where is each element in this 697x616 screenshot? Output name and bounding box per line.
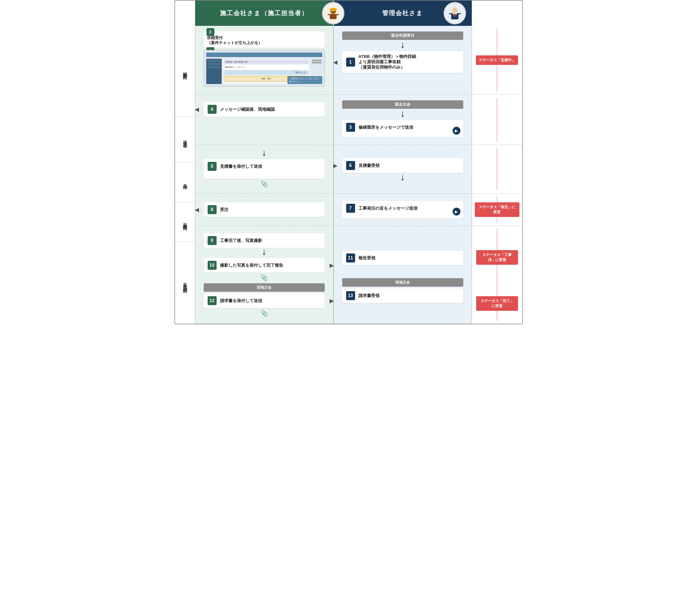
step4-num: 4 (208, 105, 217, 114)
kanri-avatar (444, 2, 466, 25)
msg-icon-7: ▶ (453, 208, 460, 216)
section-label-kanryo: 工事完了確認 (175, 242, 195, 324)
header-sekou: 施工会社さま（施工担当者） (195, 1, 333, 26)
step7-text: 工事発注の旨をメッセージ送信 (358, 206, 417, 211)
svg-rect-4 (330, 14, 337, 19)
step9-num: 9 (208, 236, 217, 245)
step12-num: 12 (208, 296, 217, 305)
step3-num: 3 (346, 123, 355, 132)
svg-marker-20 (263, 155, 266, 156)
taikyo-tachiai-bar: 退去立会 (342, 100, 463, 109)
step2-text: 依頼受付（案件チャットが立ち上がる） (207, 35, 321, 45)
step2-badge: 2 (207, 28, 214, 36)
col-kanri-kaikyaku: 退去申請受付 1 ATBB（物件管理）＞物件詳細より原状回復工事依頼（賃貸居住用… (334, 26, 472, 94)
step9-box: 9 工事完了後、写真撮影 (204, 233, 325, 248)
step1-box: 1 ATBB（物件管理）＞物件詳細より原状回復工事依頼（賃貸居住用物件のみ） ◀ (342, 51, 463, 73)
msg-icon-3: ▶ (453, 127, 460, 135)
row-kaikyaku: 2 依頼受付（案件チャットが立ち上がる） 2 (195, 26, 522, 95)
status-kanryo: ステータス「工事済」に変更 ステータス「完了」に変更 (472, 226, 522, 324)
step3-text: 修繕箇所をメッセージで送信 (358, 125, 413, 130)
step6-num: 6 (346, 161, 355, 170)
step6-box: 6 見積書受領 ▶ (342, 158, 463, 173)
step4-text: メッセージ確認後、現地確認 (220, 107, 275, 112)
row-kanryo: 9 工事完了後、写真撮影 10 撮影した写真を添付して完了報告 ▶ 📎 (195, 226, 522, 324)
svg-marker-22 (401, 179, 404, 181)
col-sekou-mitsumori: 5 見積書を添付して送信 📎 (195, 145, 334, 193)
section-label-taiko: 退去立会 (175, 117, 195, 162)
status-mitsumori (472, 145, 522, 193)
step13-num: 13 (346, 291, 355, 300)
genchi-bar-kanri: 現地立会 (342, 278, 463, 287)
svg-point-8 (452, 8, 458, 13)
step11-box: 11 報告受領 (342, 251, 463, 265)
step11-num: 11 (346, 253, 355, 263)
col-kanri-kanryo: 11 報告受領 現地立会 13 請求書受領 (334, 226, 472, 324)
svg-rect-14 (458, 13, 461, 14)
step11-text: 報告受領 (358, 255, 375, 261)
row-mitsumori: 5 見積書を添付して送信 📎 6 見積書受領 ▶ (195, 145, 522, 194)
step12-text: 請求書を添付して送信 (220, 298, 262, 304)
step9-text: 工事完了後、写真撮影 (220, 238, 262, 244)
status-koji: ステータス「発注」に変更 (472, 194, 522, 226)
sekou-title: 施工会社さま（施工担当者） (220, 9, 308, 17)
svg-marker-24 (263, 253, 266, 255)
header-spacer (175, 1, 195, 26)
step3-box: 3 修繕箇所をメッセージで送信 ▶ (342, 120, 463, 137)
step8-num: 8 (208, 205, 217, 214)
status-taiko (472, 95, 522, 145)
step8-text: 受注 (220, 207, 228, 212)
step1-num: 1 (346, 58, 355, 67)
header-status-col (472, 1, 522, 26)
section-label-koji: 工事期間 (175, 202, 195, 242)
taikyo-shinsei-bar: 退去申請受付 (342, 31, 463, 40)
step4-box: 4 メッセージ確認後、現地確認 ◀ (204, 102, 325, 117)
genchi-bar-sekou: 現地立会 (204, 283, 325, 292)
row-taiko: 4 メッセージ確認後、現地確認 ◀ 退去立会 3 (195, 95, 522, 145)
step5-num: 5 (208, 162, 217, 171)
svg-rect-3 (329, 9, 337, 10)
status-kaikyaku: ステータス「見積中」 (472, 26, 522, 94)
col-kanri-koji: 7 工事発注の旨をメッセージ送信 ▶ (334, 194, 472, 226)
col-sekou-koji: 8 受注 ◀ (195, 194, 334, 226)
step1-text: ATBB（物件管理）＞物件詳細より原状回復工事依頼（賃貸居住用物件のみ） (358, 54, 416, 70)
section-label-kaikyaku: 解約受付 (175, 26, 195, 117)
attach-icon-10: 📎 (204, 274, 325, 282)
step7-num: 7 (346, 204, 355, 213)
col-kanri-taiko: 退去立会 3 修繕箇所をメッセージで送信 ▶ (334, 95, 472, 145)
sekou-avatar (322, 2, 344, 25)
svg-marker-18 (401, 116, 404, 117)
screenshot-mock: 【通知】 物件修繕工事 修繕箇所をメッセージ... 了解しました。 依頼 受付 (204, 50, 325, 87)
kanri-title: 管理会社さま (382, 9, 423, 17)
step10-num: 10 (208, 261, 217, 270)
step10-text: 撮影した写真を添付して完了報告 (220, 263, 283, 268)
header-kanri: 管理会社さま (333, 1, 472, 26)
svg-rect-6 (336, 14, 339, 15)
step8-box: 8 受注 ◀ (204, 202, 325, 217)
svg-rect-5 (328, 14, 330, 15)
row-koji: 8 受注 ◀ 7 工事発注の旨をメッセージ送信 ▶ (195, 194, 522, 226)
step6-text: 見積書受領 (358, 163, 380, 168)
section-labels: 解約受付 退去立会 見積 工事期間 工事完了確認 (175, 26, 195, 324)
step5-text: 見積書を添付して送信 (220, 164, 262, 169)
step12-box: 12 請求書を添付して送信 ▶ (204, 293, 325, 308)
section-label-mitsumori: 見積 (175, 162, 195, 202)
col-sekou-kanryo: 9 工事完了後、写真撮影 10 撮影した写真を添付して完了報告 ▶ 📎 (195, 226, 334, 324)
step5-box: 5 見積書を添付して送信 (204, 159, 325, 179)
step13-box: 13 請求書受領 (342, 288, 463, 303)
attach-icon-12: 📎 (204, 310, 325, 317)
col-kanri-mitsumori: 6 見積書受領 ▶ (334, 145, 472, 193)
step13-text: 請求書受領 (358, 293, 380, 298)
col-sekou-kaikyaku: 2 依頼受付（案件チャットが立ち上がる） 2 (195, 26, 334, 94)
col-sekou-taiko: 4 メッセージ確認後、現地確認 ◀ (195, 95, 334, 145)
attach-icon-5: 📎 (204, 180, 325, 188)
step7-box: 7 工事発注の旨をメッセージ送信 ▶ (342, 201, 463, 218)
svg-marker-16 (401, 47, 404, 48)
step10-box: 10 撮影した写真を添付して完了報告 ▶ (204, 258, 325, 273)
svg-rect-13 (449, 13, 452, 14)
